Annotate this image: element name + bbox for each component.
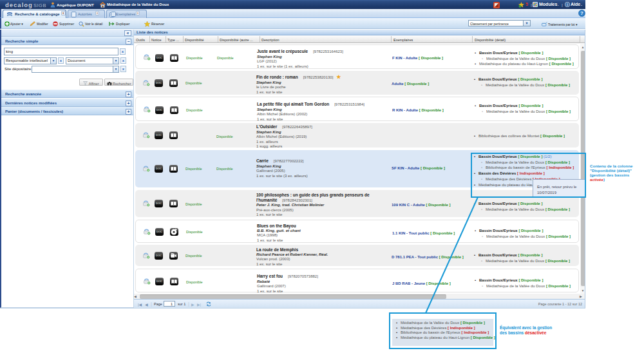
- svg-text:?: ?: [580, 10, 583, 16]
